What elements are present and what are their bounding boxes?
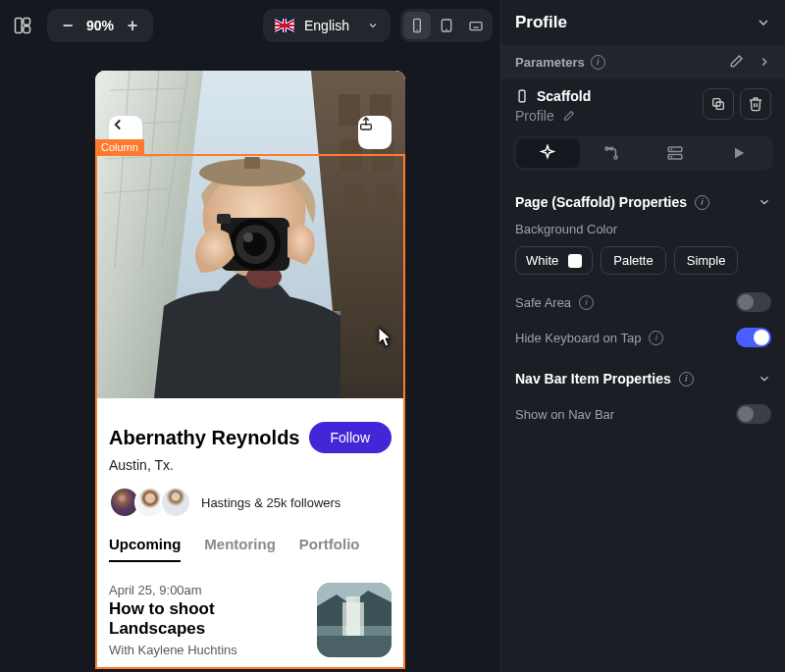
info-icon: i <box>679 372 694 387</box>
page-properties-title: Page (Scaffold) Properties <box>515 194 687 210</box>
layout-toggle-button[interactable] <box>8 11 37 40</box>
edit-icon[interactable] <box>728 54 744 70</box>
svg-rect-37 <box>217 214 231 224</box>
chevron-down-icon <box>367 20 379 31</box>
profile-location: Austin, Tx. <box>109 457 392 473</box>
editor-left-panel: − 90% + English Column <box>0 0 500 672</box>
svg-rect-44 <box>519 90 525 102</box>
page-properties-section: Page (Scaffold) Properties i Background … <box>501 182 785 361</box>
avatar-stack <box>109 487 191 518</box>
share-button[interactable] <box>358 116 392 149</box>
chevron-down-icon <box>758 195 771 209</box>
palette-button[interactable]: Palette <box>601 246 665 275</box>
page-properties-header[interactable]: Page (Scaffold) Properties i <box>515 188 771 216</box>
svg-rect-22 <box>339 94 360 126</box>
tab-tree[interactable] <box>580 138 644 168</box>
profile-name: Abernathy Reynolds <box>109 427 299 449</box>
tab-data[interactable] <box>644 138 707 168</box>
bg-color-label: Background Color <box>515 216 771 242</box>
avatar <box>160 487 191 518</box>
selection-tag: Column <box>95 139 144 155</box>
top-toolbar: − 90% + English <box>0 0 500 51</box>
delete-button[interactable] <box>740 88 771 120</box>
followers-text: Hastings & 25k followers <box>201 495 340 510</box>
scaffold-name: Scaffold <box>537 88 591 104</box>
event-date: April 25, 9:00am <box>109 583 303 597</box>
safe-area-label: Safe Area <box>515 295 571 310</box>
bg-color-name: White <box>526 253 558 268</box>
safe-area-toggle[interactable] <box>736 292 771 312</box>
tab-mentoring[interactable]: Mentoring <box>204 536 276 562</box>
followers-row: Hastings & 25k followers <box>109 487 392 518</box>
svg-rect-0 <box>16 19 23 33</box>
device-preview-group <box>400 9 493 42</box>
tab-portfolio[interactable]: Portfolio <box>299 536 360 562</box>
navbar-properties-title: Nav Bar Item Properties <box>515 371 671 387</box>
zoom-control: − 90% + <box>47 9 153 42</box>
event-row[interactable]: April 25, 9:00am How to shoot Landscapes… <box>109 583 392 657</box>
hide-keyboard-label: Hide Keyboard on Tap <box>515 331 641 345</box>
profile-tabs: Upcoming Mentoring Portfolio <box>109 536 392 563</box>
svg-rect-27 <box>376 184 397 216</box>
properties-panel: Profile Parameters i Scaffold Profile <box>500 0 785 672</box>
info-icon: i <box>579 295 594 310</box>
zoom-out-button[interactable]: − <box>57 15 78 36</box>
phone-icon <box>515 89 529 103</box>
parameters-label: Parameters <box>515 55 585 70</box>
info-icon: i <box>591 55 605 70</box>
panel-title: Profile <box>515 13 567 32</box>
show-navbar-toggle[interactable] <box>736 404 771 424</box>
navbar-properties-header[interactable]: Nav Bar Item Properties i <box>501 361 785 396</box>
device-tablet-button[interactable] <box>433 12 460 39</box>
event-title: How to shoot Landscapes <box>109 599 303 639</box>
info-icon: i <box>695 195 709 210</box>
svg-point-48 <box>614 156 617 159</box>
svg-rect-2 <box>24 26 30 33</box>
simple-button[interactable]: Simple <box>674 246 739 275</box>
svg-marker-53 <box>735 148 744 159</box>
svg-rect-43 <box>317 636 392 657</box>
zoom-level: 90% <box>86 18 114 33</box>
tab-design[interactable] <box>516 138 580 168</box>
chevron-right-icon[interactable] <box>758 55 771 69</box>
phone-preview: Column <box>95 71 405 669</box>
hide-keyboard-toggle[interactable] <box>736 328 771 347</box>
edit-icon[interactable] <box>562 110 575 123</box>
hero-image <box>95 71 405 398</box>
tab-play[interactable] <box>706 138 770 168</box>
scaffold-header: Scaffold Profile <box>501 78 785 129</box>
device-keyboard-button[interactable] <box>462 12 490 39</box>
language-selector[interactable]: English <box>263 9 391 42</box>
canvas[interactable]: Column <box>0 51 500 672</box>
svg-point-36 <box>243 233 253 242</box>
follow-button[interactable]: Follow <box>309 422 392 453</box>
profile-card: Abernathy Reynolds Follow Austin, Tx. Ha… <box>95 404 405 669</box>
chevron-down-icon <box>758 372 771 386</box>
copy-button[interactable] <box>703 88 734 120</box>
event-host: With Kaylene Huchtins <box>109 643 303 657</box>
scaffold-subtitle: Profile <box>515 108 554 124</box>
svg-rect-7 <box>470 23 482 30</box>
show-navbar-label: Show on Nav Bar <box>515 407 614 422</box>
tab-upcoming[interactable]: Upcoming <box>109 536 181 562</box>
chevron-down-icon[interactable] <box>756 15 771 30</box>
svg-point-51 <box>671 149 672 150</box>
svg-rect-30 <box>244 157 260 169</box>
property-tab-strip <box>513 135 773 171</box>
language-label: English <box>304 18 357 33</box>
zoom-in-button[interactable]: + <box>122 15 143 36</box>
bg-color-value[interactable]: White <box>515 246 593 275</box>
svg-point-52 <box>671 156 672 157</box>
svg-rect-1 <box>24 19 30 26</box>
event-thumbnail <box>317 583 392 657</box>
svg-rect-26 <box>344 184 366 216</box>
device-phone-button[interactable] <box>403 12 431 39</box>
panel-header: Profile <box>501 0 785 45</box>
info-icon: i <box>649 331 663 345</box>
uk-flag-icon <box>275 19 294 32</box>
color-swatch <box>568 254 582 268</box>
parameters-bar[interactable]: Parameters i <box>501 45 785 78</box>
